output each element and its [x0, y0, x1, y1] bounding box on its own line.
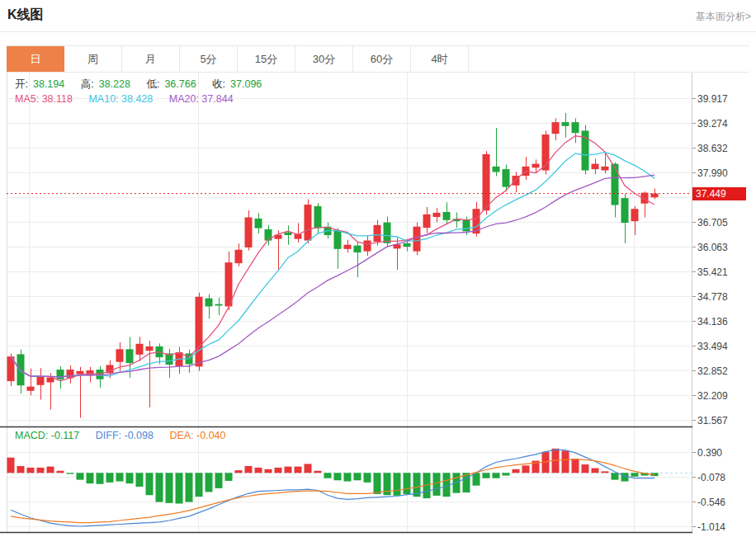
- candle-body: [265, 229, 272, 241]
- macd-histogram-bar: [572, 459, 579, 473]
- macd-value: MACD: -0.117: [15, 430, 79, 441]
- macd-histogram-bar: [513, 469, 520, 473]
- macd-histogram-bar: [344, 473, 352, 481]
- k-axis-label: 32.209: [697, 390, 728, 402]
- candle-body: [602, 167, 609, 171]
- macd-histogram-bar: [285, 467, 292, 473]
- candle-body: [196, 297, 203, 367]
- macd-histogram-bar: [186, 473, 193, 502]
- candle-body: [384, 223, 391, 243]
- macd-histogram-bar: [592, 469, 599, 473]
- k-axis-label: 36.705: [697, 217, 728, 228]
- macd-histogram-bar: [215, 473, 223, 488]
- open-label: 开:: [15, 78, 28, 90]
- macd-histogram-bar: [394, 473, 401, 496]
- current-price-tag: 37.449: [692, 187, 746, 200]
- macd-histogram-bar: [17, 466, 25, 473]
- candle-body: [334, 231, 342, 249]
- candle-body: [562, 122, 569, 126]
- candle-body: [116, 349, 124, 361]
- macd-histogram-bar: [265, 469, 272, 473]
- macd-legend: MACD: -0.117 DIFF: -0.098 DEA: -0.040: [15, 430, 231, 441]
- candle-body: [631, 209, 639, 221]
- macd-histogram-bar: [196, 473, 203, 497]
- ohlc-legend: 开:38.194 高:38.228 低:36.766 收:37.096: [15, 78, 267, 92]
- k-axis-label: 31.567: [697, 415, 728, 426]
- k-axis-label: 34.136: [697, 316, 728, 327]
- macd-axis-label: -1.014: [697, 521, 725, 533]
- macd-histogram-bar: [146, 473, 154, 495]
- macd-histogram-bar: [314, 471, 322, 473]
- macd-histogram-bar: [612, 473, 619, 479]
- low-value: 36.766: [164, 78, 196, 90]
- macd-histogram-bar: [106, 473, 114, 483]
- k-axis-label: 32.852: [697, 365, 728, 377]
- diff-value: DIFF: -0.098: [96, 430, 154, 441]
- macd-histogram-bar: [206, 473, 213, 492]
- candle-body: [314, 206, 322, 228]
- macd-histogram-bar: [57, 471, 64, 473]
- close-value: 37.096: [230, 78, 262, 90]
- macd-histogram-bar: [631, 473, 639, 476]
- k-axis-label: 38.632: [697, 143, 728, 154]
- high-value: 38.228: [99, 78, 130, 90]
- macd-histogram-bar: [305, 464, 312, 473]
- macd-histogram-bar: [433, 473, 441, 496]
- ma-legend: MA5: 38.118 MA10: 38.428 MA20: 37.844: [15, 93, 239, 105]
- macd-histogram-bar: [87, 473, 94, 483]
- candle-body: [344, 245, 352, 249]
- k-axis-label: 39.917: [697, 93, 728, 105]
- macd-histogram-bar: [245, 466, 253, 473]
- candle-body: [17, 354, 25, 385]
- candle-body: [285, 233, 292, 235]
- macd-histogram-bar: [97, 473, 104, 483]
- low-label: 低:: [146, 78, 159, 90]
- macd-histogram-bar: [275, 468, 282, 473]
- candle-body: [651, 194, 659, 198]
- candle-body: [27, 387, 35, 391]
- open-value: 38.194: [33, 78, 64, 90]
- candle-body: [255, 219, 262, 228]
- macd-histogram-bar: [602, 471, 609, 473]
- candle-body: [235, 250, 243, 263]
- macd-histogram-bar: [176, 473, 183, 503]
- macd-histogram-bar: [324, 473, 332, 478]
- macd-histogram-bar: [582, 464, 589, 473]
- candle-body: [57, 370, 64, 379]
- candle-body: [364, 241, 371, 252]
- macd-histogram-bar: [334, 473, 342, 480]
- candle-body: [404, 243, 411, 247]
- candle-body: [215, 304, 223, 306]
- candle-body: [493, 167, 500, 172]
- candle-body: [612, 164, 619, 205]
- candle-body: [37, 376, 45, 384]
- macd-histogram-bar: [522, 465, 530, 473]
- macd-histogram-bar: [27, 468, 35, 473]
- macd-histogram-bar: [37, 468, 45, 473]
- candle-body: [77, 371, 84, 374]
- macd-histogram-bar: [483, 473, 490, 478]
- macd-histogram-bar: [404, 473, 411, 494]
- macd-histogram-bar: [47, 467, 54, 473]
- candle-body: [146, 346, 154, 351]
- candle-body: [374, 225, 381, 242]
- candle-body: [463, 220, 470, 232]
- candle-body: [621, 198, 629, 223]
- dea-value: DEA: -0.040: [169, 430, 225, 441]
- macd-histogram-bar: [354, 473, 361, 480]
- ma10-line: [11, 153, 654, 377]
- candle-body: [443, 212, 451, 220]
- candle-body: [592, 164, 599, 170]
- macd-axis-label: -0.546: [697, 497, 725, 508]
- macd-histogram-bar: [503, 473, 510, 475]
- k-axis-label: 34.778: [697, 291, 728, 303]
- close-label: 收:: [212, 78, 225, 90]
- macd-histogram-bar: [136, 473, 144, 487]
- macd-axis-label: 0.390: [697, 447, 722, 459]
- macd-histogram-bar: [364, 473, 371, 483]
- candle-body: [483, 154, 490, 210]
- candle-body: [136, 344, 144, 355]
- k-axis-label: 36.063: [697, 242, 728, 253]
- candle-body: [423, 214, 431, 228]
- k-axis-label: 35.421: [697, 266, 728, 278]
